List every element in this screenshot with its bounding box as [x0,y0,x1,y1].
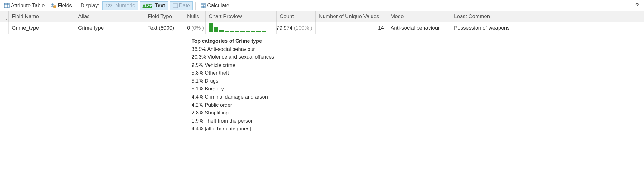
fields-grid: Field Name Alias Field Type Nulls Chart … [0,11,644,34]
attribute-table-button[interactable]: Attribute Table [2,1,47,10]
calendar-icon [173,3,178,8]
column-header-alias[interactable]: Alias [75,11,144,22]
cell-unique: 14 [316,22,387,34]
toolbar-separator [195,2,196,10]
table-icon [4,3,10,8]
tooltip-row: 36.5% Anti-social behaviour [192,45,274,53]
tooltip-row: 9.5% Vehicle crime [192,61,274,69]
tooltip-row: 4.2% Public order [192,101,274,109]
display-numeric-label: Numeric [115,2,135,9]
attribute-table-label: Attribute Table [11,2,45,9]
chart-bar [251,31,255,32]
tooltip-row: 5.1% Burglary [192,85,274,93]
calculate-label: Calculate [207,2,229,9]
column-header-unique[interactable]: Number of Unique Values [316,11,387,22]
tooltip-row: 20.3% Violence and sexual offences [192,53,274,61]
table-row[interactable]: Crime_type Crime type Text (8000) 0 (0% … [0,22,644,34]
display-text-button[interactable]: ABC Text [140,1,168,10]
chart-bar [256,31,261,32]
fields-button[interactable]: Fields [49,1,74,10]
tooltip-row: 4.4% Criminal damage and arson [192,93,274,101]
calculate-button[interactable]: Calculate [198,1,231,10]
cell-nulls-value: 0 [187,25,190,31]
chart-bar [235,31,239,32]
column-header-mode[interactable]: Mode [387,11,451,22]
display-label: Display: [79,2,101,9]
cell-count-value: 79,974 [277,25,292,31]
chart-bar [262,31,266,32]
tooltip-row: 5.8% Other theft [192,69,274,77]
chart-bar [214,27,218,32]
cell-field-name: Crime_type [9,22,75,34]
tooltip-row: 4.4% [all other categories] [192,125,274,133]
toolbar-separator [77,2,77,10]
chart-bar [225,31,229,32]
calculator-icon [200,3,206,8]
svg-rect-9 [173,4,178,8]
chart-bar [219,30,224,32]
tooltip-row: 1.9% Theft from the person [192,117,274,125]
display-date-button[interactable]: Date [170,1,193,10]
chart-bar [209,23,213,32]
column-header-chart-preview[interactable]: Chart Preview [206,11,277,22]
display-text-label: Text [155,2,165,9]
tooltip-row: 5.1% Drugs [192,77,274,85]
chart-tooltip: Top categories of Crime type 36.5% Anti-… [189,35,278,135]
display-numeric-button[interactable]: 123 Numeric [102,1,138,10]
chart-bar [230,31,234,32]
chart-bar [246,31,250,32]
fields-label: Fields [58,2,72,9]
column-header-field-type[interactable]: Field Type [144,11,184,22]
fields-icon [51,3,56,8]
cell-alias: Crime type [75,22,144,34]
row-header[interactable] [0,22,9,34]
chart-bar [240,31,245,32]
column-header-field-name[interactable]: Field Name [9,11,75,22]
cell-count-pct: (100% ) [294,25,312,31]
tooltip-title: Top categories of Crime type [192,37,274,45]
cell-chart-preview[interactable] [206,22,277,34]
cell-nulls-pct: (0% ) [191,25,204,31]
column-header-count[interactable]: Count [277,11,316,22]
cell-mode: Anti-social behaviour [387,22,451,34]
cell-nulls: 0 (0% ) [184,22,206,34]
display-date-label: Date [179,2,190,9]
column-header-least-common[interactable]: Least Common [451,11,644,22]
help-button[interactable]: ? [632,2,642,9]
cell-count: 79,974 (100% ) [277,22,316,34]
svg-rect-0 [4,3,9,8]
column-header-nulls[interactable]: Nulls [184,11,206,22]
grid-header-row: Field Name Alias Field Type Nulls Chart … [0,11,644,22]
numeric-icon: 123 [105,3,112,8]
chart-preview [209,23,273,33]
svg-rect-11 [201,3,205,8]
cell-least-common: Possession of weapons [451,22,644,34]
select-all-corner[interactable] [0,11,9,22]
cell-field-type: Text (8000) [144,22,184,34]
svg-rect-8 [54,6,56,8]
toolbar: Attribute Table Fields Display: 123 Nume… [0,0,644,11]
tooltip-row: 2.8% Shoplifting [192,109,274,117]
text-icon: ABC [143,3,152,8]
